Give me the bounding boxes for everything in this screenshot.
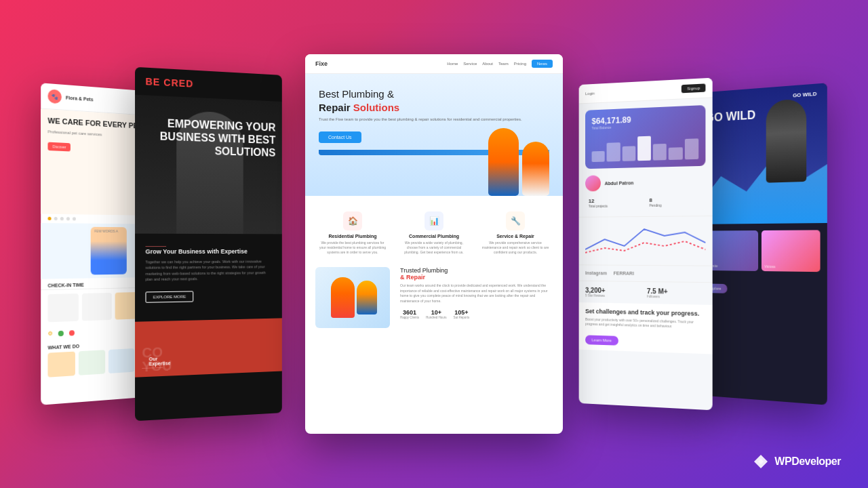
dashboard-login[interactable]: Login — [585, 92, 595, 96]
service-icon-home: 🏠 — [343, 211, 362, 230]
plumbing-logo: Fixe — [315, 60, 328, 67]
brand-wp: WP — [774, 455, 791, 467]
business-expertise: ————— Our Expertise — [142, 365, 163, 370]
dash-bar — [685, 138, 699, 159]
plumbing-nav: Fixe Home Service About Team Pricing New… — [305, 54, 563, 74]
business-explore-button[interactable]: EXPLORE MORE — [145, 291, 193, 302]
business-hero-text: EMPOWERING YOUR BUSINESS WITH BEST SOLUT… — [135, 115, 275, 159]
nav-service[interactable]: Service — [463, 62, 477, 66]
plumbing-nav-links: Home Service About Team Pricing News — [447, 60, 553, 68]
travel-card: GO WILD GO WILD Dolomite Victosa Explore — [696, 83, 827, 405]
service-residential: 🏠 Residential Plumbing We provide the be… — [315, 206, 390, 260]
stat-label-reports: Sat Reports — [454, 316, 470, 319]
dashboard-avatar — [585, 175, 601, 191]
brand-developer: Developer — [791, 455, 841, 467]
service-desc-repair: We provide comprehensive service mainten… — [481, 241, 549, 255]
stat-happy-clients: 3601 Happy Clients — [400, 309, 419, 319]
pet-person: FEW WORDS A — [90, 227, 126, 275]
plumbing-contact-button[interactable]: Contact Us — [319, 131, 361, 143]
dashboard-stat-pending: 8 Pending — [646, 193, 705, 211]
plumbing-trusted-desc: Our team works around the clock to provi… — [400, 283, 553, 304]
nav-team[interactable]: Team — [498, 62, 509, 66]
stat-hours: 10+ Hundred Hours — [426, 309, 447, 319]
dashboard-stat-projects: 12 Total projects — [585, 194, 642, 211]
dash-bar — [607, 142, 620, 161]
plumber-figure-2 — [522, 142, 549, 196]
business-section-title: Grow Your Business with Expertise — [145, 248, 272, 255]
pet-dot — [47, 217, 51, 220]
service-desc-residential: We provide the best plumbing services fo… — [319, 241, 387, 255]
dashboard-stats-row: 12 Total projects 8 Pending — [579, 192, 713, 217]
pet-icon-red — [69, 330, 75, 336]
trusted-worker-1 — [331, 277, 355, 318]
travel-thumb-victosa: Victosa — [761, 230, 820, 272]
plumbing-hero-title: Best Plumbing & Repair Solutions — [319, 87, 549, 114]
service-repair: 🔧 Service & Repair We provide comprehens… — [478, 206, 553, 260]
nav-cta-button[interactable]: News — [532, 60, 553, 68]
stat-value-clients: 3601 — [400, 309, 419, 316]
travel-person — [766, 98, 806, 183]
plumbing-stats: 3601 Happy Clients 10+ Hundred Hours 105… — [400, 309, 553, 319]
dashboard-stat-label-pending: Pending — [649, 203, 702, 207]
pet-logo-text: Flora & Pets — [66, 95, 94, 102]
travel-thumb-label-2: Victosa — [764, 264, 775, 268]
pet-dot — [66, 217, 70, 220]
pet-dot — [73, 217, 76, 220]
plumbing-hero-accent: Solutions — [353, 102, 399, 113]
plumbing-trusted-accent: & Repair — [400, 274, 425, 281]
business-expertise-label: Our Expertise — [149, 356, 171, 366]
dash-bar — [622, 146, 635, 161]
nav-pricing[interactable]: Pricing — [514, 62, 526, 66]
plumbing-trusted-image — [315, 267, 390, 328]
travel-hero: GO WILD GO WILD — [696, 83, 827, 224]
dashboard-learn-more-button[interactable]: Learn More — [585, 335, 618, 345]
plumbing-trusted-title: Trusted Plumbing & Repair — [400, 267, 553, 281]
dashboard-hero-card: $64,171.89 Total Balance — [585, 105, 705, 169]
dashboard-avatar-section: Abdul Patron — [579, 173, 713, 195]
dashboard-chart-bars — [592, 131, 699, 162]
dashboard-counter-followers: 7.5 M+ Followers — [647, 287, 705, 300]
trusted-worker-2 — [357, 281, 377, 314]
pet-what-item — [79, 350, 105, 375]
plumbing-hero-desc: Trust the Fixe team to provide you the b… — [319, 117, 549, 123]
pet-discover-button[interactable]: Discover — [47, 142, 71, 152]
pet-what-item — [108, 348, 134, 373]
travel-mountain — [696, 139, 827, 224]
dash-bar-active — [637, 136, 651, 161]
dashboard-card: Login Signup $64,171.89 Total Balance Ab… — [579, 78, 713, 411]
business-logo-cred: CRED — [163, 77, 193, 89]
travel-logo: GO WILD — [793, 91, 816, 99]
travel-bottom: Explore — [696, 277, 827, 307]
dashboard-counter-reviews: 3,200+ 5 Star Reviews — [585, 287, 642, 298]
plumbing-hero-highlight: Repair Solutions — [319, 102, 399, 113]
wpdeveloper-icon — [751, 452, 770, 471]
dashboard-logo-instagram: Instagram — [585, 270, 607, 275]
dash-bar — [653, 144, 667, 161]
pet-logo-icon: 🐾 — [47, 89, 61, 104]
pet-dot — [60, 217, 64, 220]
dashboard-counter-label-followers: Followers — [647, 295, 705, 300]
service-title-residential: Residential Plumbing — [319, 234, 387, 239]
plumbing-card: Fixe Home Service About Team Pricing New… — [305, 54, 563, 434]
business-description: Together we can help you achieve your go… — [145, 259, 272, 283]
nav-home[interactable]: Home — [447, 62, 458, 66]
travel-title: GO WILD — [705, 108, 755, 125]
nav-about[interactable]: About — [482, 62, 493, 66]
plumber-figure-1 — [488, 128, 519, 196]
cards-container: 🐾 Flora & Pets WE CARE FOR EVERY PET Pro… — [0, 0, 868, 488]
dashboard-signup[interactable]: Signup — [682, 83, 705, 93]
dashboard-line-chart — [585, 222, 705, 256]
dashboard-counter-label-reviews: 5 Star Reviews — [585, 294, 642, 298]
dashboard-challenges: Set challenges and track your progress. … — [579, 302, 713, 354]
pet-checkin-item — [47, 293, 78, 322]
pet-checkin-item — [82, 293, 112, 321]
dashboard-stat-label-projects: Total projects — [589, 203, 639, 208]
pet-few-words: FEW WORDS A — [94, 229, 118, 233]
service-title-commercial: Commercial Plumbing — [400, 234, 468, 239]
brand-text: WPDeveloper — [774, 455, 841, 468]
service-icon-chart: 📊 — [425, 211, 443, 230]
stat-label-hours: Hundred Hours — [426, 316, 447, 319]
service-title-repair: Service & Repair — [481, 234, 549, 239]
plumbing-trusted: Trusted Plumbing & Repair Our team works… — [305, 267, 563, 338]
dashboard-avatar-name: Abdul Patron — [605, 180, 634, 186]
